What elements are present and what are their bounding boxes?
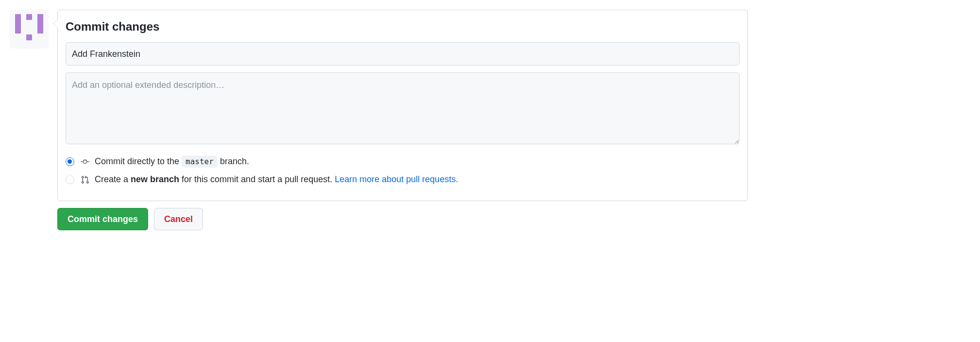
commit-description-textarea[interactable] <box>66 72 740 144</box>
button-row: Commit changes Cancel <box>57 208 748 230</box>
radio-commit-direct[interactable] <box>66 157 74 166</box>
git-commit-icon <box>80 157 90 167</box>
option-new-branch-label: Create a new branch for this commit and … <box>95 173 458 186</box>
git-pull-request-icon <box>80 175 90 185</box>
option-commit-direct[interactable]: Commit directly to the master branch. <box>66 155 740 168</box>
avatar <box>10 10 49 49</box>
cancel-button[interactable]: Cancel <box>154 208 203 230</box>
learn-more-link[interactable]: Learn more about pull requests. <box>335 174 458 184</box>
option-direct-label: Commit directly to the master branch. <box>95 155 249 168</box>
commit-form: Commit changes Commit directly to the ma… <box>57 10 748 201</box>
option-new-branch[interactable]: Create a new branch for this commit and … <box>66 173 740 186</box>
avatar-pattern <box>13 13 45 45</box>
form-title: Commit changes <box>66 18 740 35</box>
commit-message-input[interactable] <box>66 42 740 66</box>
branch-name-badge: master <box>182 155 218 168</box>
radio-new-branch[interactable] <box>66 175 74 184</box>
commit-changes-button[interactable]: Commit changes <box>57 208 148 230</box>
